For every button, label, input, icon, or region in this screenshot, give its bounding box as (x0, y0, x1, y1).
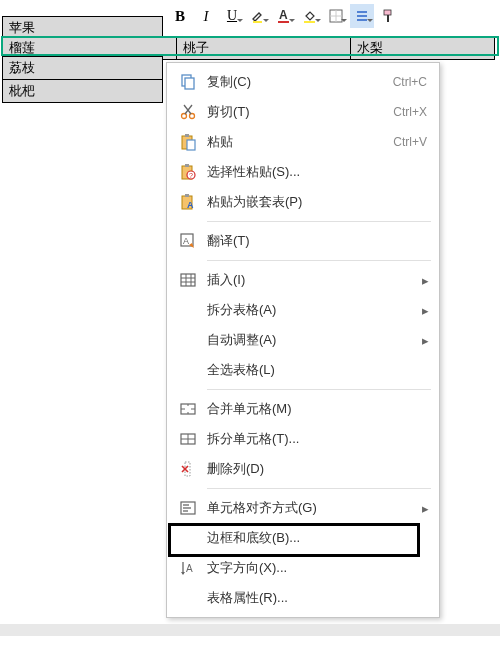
menu-label: 合并单元格(M) (201, 400, 431, 418)
menu-item-merge-cells[interactable]: 合并单元格(M) (167, 394, 439, 424)
menu-item-split-table[interactable]: 拆分表格(A) ▸ (167, 295, 439, 325)
menu-label: 翻译(T) (201, 232, 431, 250)
translate-icon: A (175, 232, 201, 250)
menu-item-split-cells[interactable]: 拆分单元格(T)... (167, 424, 439, 454)
svg-line-16 (185, 105, 192, 114)
menu-separator (207, 221, 431, 222)
svg-text:A: A (279, 8, 288, 22)
bottom-bar (0, 624, 500, 636)
paint-bucket-icon (302, 8, 318, 24)
align-icon (355, 9, 369, 23)
svg-rect-10 (384, 10, 391, 15)
borders-icon (329, 9, 343, 23)
svg-rect-22 (185, 164, 189, 167)
highlight-button[interactable] (246, 4, 270, 28)
menu-label: 删除列(D) (201, 460, 431, 478)
menu-label: 全选表格(L) (201, 361, 431, 379)
font-color-button[interactable]: A (272, 4, 296, 28)
delete-col-icon (175, 460, 201, 478)
menu-item-table-props[interactable]: 表格属性(R)... (167, 583, 439, 613)
menu-item-select-all[interactable]: 全选表格(L) (167, 355, 439, 385)
menu-separator (207, 389, 431, 390)
svg-rect-11 (387, 15, 389, 22)
svg-text:A: A (186, 563, 193, 574)
svg-point-15 (190, 114, 195, 119)
menu-shortcut: Ctrl+V (393, 135, 431, 149)
table-icon (175, 271, 201, 289)
cell[interactable]: 荔枝 (3, 57, 163, 80)
paste-nested-icon: A (175, 193, 201, 211)
menu-separator (207, 488, 431, 489)
menu-label: 拆分表格(A) (201, 301, 419, 319)
svg-rect-0 (253, 21, 262, 23)
format-painter-button[interactable] (376, 4, 400, 28)
svg-rect-3 (304, 21, 315, 23)
bold-label: B (175, 8, 185, 25)
menu-item-paste[interactable]: 粘贴 Ctrl+V (167, 127, 439, 157)
menu-item-paste-special[interactable]: ? 选择性粘贴(S)... (167, 157, 439, 187)
underline-label: U (227, 8, 237, 24)
paste-special-icon: ? (175, 163, 201, 181)
menu-item-paste-nested[interactable]: A 粘贴为嵌套表(P) (167, 187, 439, 217)
svg-rect-19 (185, 134, 189, 137)
svg-point-14 (182, 114, 187, 119)
menu-label: 表格属性(R)... (201, 589, 431, 607)
menu-item-copy[interactable]: 复制(C) Ctrl+C (167, 67, 439, 97)
svg-rect-20 (187, 140, 195, 150)
format-painter-icon (380, 8, 396, 24)
table-row[interactable]: 枇杷 (3, 80, 163, 103)
table-row[interactable]: 荔枝 (3, 57, 163, 80)
menu-label: 单元格对齐方式(G) (201, 499, 419, 517)
cell[interactable]: 水梨 (351, 37, 495, 60)
menu-label: 剪切(T) (201, 103, 393, 121)
svg-text:A: A (187, 200, 194, 210)
chevron-right-icon: ▸ (419, 333, 431, 348)
menu-item-delete-col[interactable]: 删除列(D) (167, 454, 439, 484)
menu-label: 粘贴 (201, 133, 393, 151)
menu-item-text-dir[interactable]: A 文字方向(X)... (167, 553, 439, 583)
italic-label: I (204, 8, 209, 25)
svg-rect-26 (185, 194, 189, 197)
menu-item-cut[interactable]: 剪切(T) Ctrl+X (167, 97, 439, 127)
italic-button[interactable]: I (194, 4, 218, 28)
cell-align-icon (175, 499, 201, 517)
chevron-right-icon: ▸ (419, 501, 431, 516)
menu-item-auto-fit[interactable]: 自动调整(A) ▸ (167, 325, 439, 355)
text-direction-icon: A (175, 559, 201, 577)
paste-icon (175, 133, 201, 151)
cell[interactable]: 桃子 (177, 37, 351, 60)
font-color-icon: A (276, 8, 292, 24)
menu-shortcut: Ctrl+C (393, 75, 431, 89)
borders-button[interactable] (324, 4, 348, 28)
svg-text:?: ? (189, 172, 193, 179)
menu-separator (207, 260, 431, 261)
copy-icon (175, 73, 201, 91)
chevron-right-icon: ▸ (419, 303, 431, 318)
chevron-right-icon: ▸ (419, 273, 431, 288)
context-menu: 复制(C) Ctrl+C 剪切(T) Ctrl+X 粘贴 Ctrl+V ? 选择… (166, 62, 440, 618)
menu-label: 拆分单元格(T)... (201, 430, 431, 448)
cut-icon (175, 103, 201, 121)
menu-label: 自动调整(A) (201, 331, 419, 349)
menu-item-translate[interactable]: A 翻译(T) (167, 226, 439, 256)
underline-button[interactable]: U (220, 4, 244, 28)
svg-line-17 (184, 105, 191, 114)
bold-button[interactable]: B (168, 4, 192, 28)
svg-text:A: A (183, 236, 189, 246)
highlight-icon (250, 8, 266, 24)
format-toolbar: B I U A (168, 2, 400, 30)
merge-cells-icon (175, 400, 201, 418)
fill-color-button[interactable] (298, 4, 322, 28)
menu-item-insert[interactable]: 插入(I) ▸ (167, 265, 439, 295)
svg-rect-13 (185, 78, 194, 89)
menu-label: 选择性粘贴(S)... (201, 163, 431, 181)
menu-label: 复制(C) (201, 73, 393, 91)
cell[interactable]: 枇杷 (3, 80, 163, 103)
split-cells-icon (175, 430, 201, 448)
data-table[interactable]: 荔枝 枇杷 (2, 56, 163, 103)
align-button[interactable] (350, 4, 374, 28)
menu-shortcut: Ctrl+X (393, 105, 431, 119)
svg-rect-30 (181, 274, 195, 286)
menu-item-borders[interactable]: 边框和底纹(B)... (167, 523, 439, 553)
menu-item-cell-align[interactable]: 单元格对齐方式(G) ▸ (167, 493, 439, 523)
